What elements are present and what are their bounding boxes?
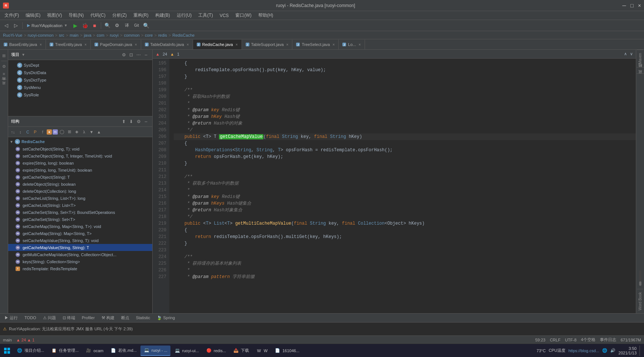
right-vtab-bookmark[interactable]: 藏 <box>637 73 644 80</box>
tab-close-3[interactable]: × <box>187 43 189 47</box>
struct-btn-down[interactable]: ▼ <box>88 129 95 135</box>
menu-item-N[interactable]: 导航(N) <box>66 11 87 19</box>
bottom-tab-8[interactable]: 🍃 Spring <box>154 314 178 321</box>
start-button[interactable] <box>1 345 13 356</box>
menu-item-H[interactable]: 帮助(H) <box>255 11 276 19</box>
scroll-down[interactable]: ∨ <box>630 52 633 56</box>
left-vtab-icon3[interactable]: ≡ <box>1 71 7 77</box>
struct-btn-sort1[interactable]: ↑↓ <box>10 129 16 135</box>
struct-btn-f[interactable]: f <box>39 129 46 135</box>
left-vtab-icon1[interactable]: ⊞ <box>1 53 7 59</box>
taskbar-item-4[interactable]: 💻ruoyi - ... <box>140 346 170 356</box>
struct-btn-m[interactable]: m <box>53 129 58 135</box>
tab-close-4[interactable]: × <box>236 43 238 47</box>
struct-btn-filter1[interactable]: ◯ <box>59 129 65 135</box>
taskbar-item-8[interactable]: WW <box>253 346 270 356</box>
project-options[interactable]: ⋯ <box>135 52 142 58</box>
bottom-tab-7[interactable]: Statistic <box>133 314 153 321</box>
menu-item-B[interactable]: 构建(B) <box>152 11 173 19</box>
project-collapse[interactable]: – <box>143 52 149 58</box>
menu-item-VCS[interactable]: VCS <box>217 12 232 19</box>
menu-item-T[interactable]: 工具(T) <box>195 11 216 19</box>
project-item-0[interactable]: CSysDept <box>8 62 152 69</box>
status-line-ending[interactable]: CRLF <box>550 338 561 342</box>
left-vtab-bookmark[interactable]: 藏 <box>1 86 7 89</box>
error-indicator[interactable]: ▲ <box>156 52 160 56</box>
left-vtab-structure[interactable]: 结构 <box>1 82 7 85</box>
bottom-tab-3[interactable]: ⊡ 终端 <box>60 314 78 321</box>
breadcrumb-item-6[interactable]: ruoyi <box>110 33 119 37</box>
taskbar-item-6[interactable]: 🔴redis... <box>203 346 229 356</box>
menu-item-C[interactable]: 代码(C) <box>87 11 109 19</box>
status-branch[interactable]: main <box>3 338 12 342</box>
struct-item-2[interactable]: mexpire(String, long): boolean <box>8 159 152 166</box>
struct-item-11[interactable]: msetCacheMap(String, Map<String, T>): vo… <box>8 223 152 230</box>
editor-tab-5[interactable]: JTableSupport.java× <box>242 40 293 49</box>
bottom-tab-5[interactable]: ⚒ 构建 <box>99 314 117 321</box>
editor-tab-0[interactable]: JBaseEntity.java× <box>0 40 46 49</box>
close-btn[interactable]: × <box>638 3 641 9</box>
project-item-3[interactable]: CSysMenu <box>8 84 152 91</box>
menu-item-F[interactable]: 文件(F) <box>1 11 22 19</box>
code-content[interactable]: { redisTemplate.opsForHash().put(key, hK… <box>169 59 636 313</box>
right-vtab-maven[interactable]: Maven <box>637 50 643 67</box>
show-desktop[interactable] <box>640 346 643 356</box>
struct-item-4[interactable]: mgetCacheObject(String): T <box>8 173 152 181</box>
right-vtab-structure[interactable]: 结构 <box>637 67 644 73</box>
toolbar-search[interactable]: 🔍 <box>103 22 112 30</box>
struct-item-15[interactable]: mgetMultiCacheMapValue(String, Collectio… <box>8 251 152 258</box>
bottom-tab-0[interactable]: ▶ 运行 <box>1 314 21 321</box>
tab-close-2[interactable]: × <box>135 43 137 47</box>
taskbar-item-7[interactable]: 📥下载 <box>230 346 252 356</box>
breadcrumb-item-4[interactable]: java <box>84 33 91 37</box>
project-gear[interactable]: ⚙ <box>120 52 127 58</box>
menu-item-R[interactable]: 重构(R) <box>130 11 152 19</box>
status-indent[interactable]: 4个空格 <box>581 337 595 343</box>
editor-tab-7[interactable]: JLo...× <box>339 40 365 49</box>
toolbar-more-search[interactable]: 🔍 <box>142 22 150 30</box>
tab-close-0[interactable]: × <box>40 43 42 47</box>
struct-item-16[interactable]: mkeys(String): Collection<String> <box>8 258 152 265</box>
struct-btn-up[interactable]: ▲ <box>96 129 102 135</box>
struct-btn-inherit[interactable]: ⊞ <box>66 129 73 135</box>
toolbar-run[interactable]: ▶ <box>71 22 79 30</box>
struct-btn-c[interactable]: C <box>24 129 31 135</box>
struct-item-12[interactable]: mgetCacheMap(String): Map<String, T> <box>8 230 152 237</box>
scroll-up[interactable]: ∧ <box>624 52 627 56</box>
breadcrumb-item-0[interactable]: RuoYi-Vue <box>3 33 22 37</box>
breadcrumb-item-9[interactable]: redis <box>158 33 167 37</box>
project-item-4[interactable]: CSysRole <box>8 91 152 99</box>
editor-tab-1[interactable]: JTreeEntity.java× <box>46 40 91 49</box>
struct-item-0[interactable]: msetCacheObject(String, T): void <box>8 145 152 152</box>
struct-item-6[interactable]: mdeleteObject(Collection): long <box>8 188 152 195</box>
struct-btn-lambda[interactable]: λ <box>81 129 87 135</box>
breadcrumb-item-1[interactable]: ruoyi-common <box>28 33 54 37</box>
struct-item-5[interactable]: mdeleteObject(String): boolean <box>8 181 152 188</box>
menu-item-E[interactable]: 编辑(E) <box>23 11 43 19</box>
warning-indicator[interactable]: ▲ <box>170 52 174 56</box>
editor-tab-2[interactable]: JPageDomain.java× <box>91 40 141 49</box>
tab-close-7[interactable]: × <box>359 43 361 47</box>
struct-sort-desc[interactable]: ⬇ <box>128 118 135 125</box>
editor-tab-4[interactable]: JRedisCache.java× <box>193 40 242 49</box>
left-vtab-icon2[interactable]: ⚙ <box>1 63 7 69</box>
toolbar-back[interactable]: ◁ <box>2 22 10 30</box>
toolbar-translate[interactable]: 译 <box>123 22 131 30</box>
menu-item-U[interactable]: 运行(U) <box>174 11 195 19</box>
struct-item-10[interactable]: mgetCacheSet(String): Set<T> <box>8 216 152 223</box>
toolbar-git[interactable]: Git <box>132 22 140 30</box>
bottom-tab-2[interactable]: ⚠ 问题 <box>40 314 59 321</box>
breadcrumb-item-5[interactable]: com <box>97 33 104 37</box>
taskbar-item-9[interactable]: 📄161046... <box>271 346 302 356</box>
status-event-log[interactable]: 事件日志 <box>600 337 616 343</box>
struct-item-7[interactable]: msetCacheList(String, List<T>): long <box>8 195 152 202</box>
menu-item-W[interactable]: 窗口(W) <box>232 11 254 19</box>
breadcrumb-item-3[interactable]: main <box>70 33 79 37</box>
struct-close[interactable]: – <box>143 118 149 125</box>
struct-item-14[interactable]: mgetCacheMapValue(String, String): T <box>8 244 152 251</box>
taskbar-item-3[interactable]: 📄若依.md... <box>107 346 140 356</box>
struct-btn-sort2[interactable]: ↕ <box>17 129 24 135</box>
bottom-tab-1[interactable]: TODO <box>21 314 39 321</box>
struct-btn-p[interactable]: P <box>32 129 39 135</box>
editor-tab-6[interactable]: JTreeSelect.java× <box>292 40 339 49</box>
